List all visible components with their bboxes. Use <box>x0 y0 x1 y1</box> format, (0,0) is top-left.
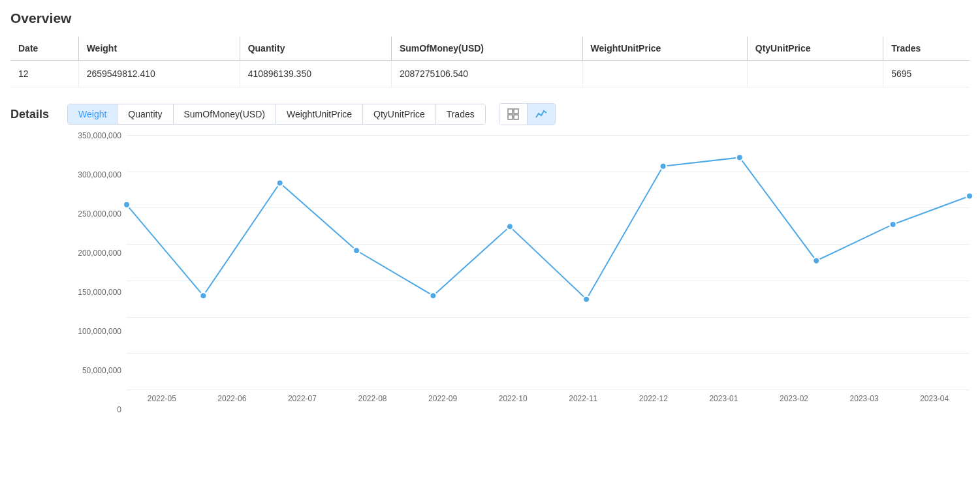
x-label: 2023-03 <box>829 390 900 410</box>
details-header: Details WeightQuantitySumOfMoney(USD)Wei… <box>10 103 970 125</box>
y-label: 50,000,000 <box>82 366 121 375</box>
table-icon <box>507 108 519 120</box>
col-header-weightunitprice: WeightUnitPrice <box>582 37 747 61</box>
table-cell: 410896139.350 <box>240 61 391 87</box>
col-header-date: Date <box>10 37 78 61</box>
chart-dot <box>813 258 819 264</box>
overview-title: Overview <box>10 10 970 26</box>
svg-rect-0 <box>508 109 513 114</box>
x-label: 2022-12 <box>618 390 689 410</box>
chart-container: 350,000,000300,000,000250,000,000200,000… <box>10 136 970 429</box>
table-cell: 12 <box>10 61 78 87</box>
tab-weightunitprice[interactable]: WeightUnitPrice <box>276 104 363 124</box>
y-label: 200,000,000 <box>78 249 121 258</box>
col-header-sum: SumOfMoney(USD) <box>391 37 582 61</box>
chart-dot <box>583 296 590 303</box>
svg-rect-2 <box>508 115 513 119</box>
chart-dot <box>200 292 206 299</box>
details-tab-bar: WeightQuantitySumOfMoney(USD)WeightUnitP… <box>67 104 486 125</box>
details-title: Details <box>10 108 49 121</box>
col-header-trades: Trades <box>883 37 970 61</box>
chart-dot <box>277 179 283 186</box>
x-label: 2023-02 <box>759 390 829 410</box>
table-cell <box>582 61 747 87</box>
chart-dot <box>966 192 973 199</box>
chart-plot <box>127 136 970 390</box>
y-axis: 350,000,000300,000,000250,000,000200,000… <box>69 136 127 410</box>
table-header-row: Date Weight Quantity SumOfMoney(USD) Wei… <box>10 37 970 61</box>
table-cell: 2087275106.540 <box>391 61 582 87</box>
svg-rect-3 <box>514 115 518 119</box>
chart-dot <box>736 154 743 160</box>
chart-line <box>127 157 970 299</box>
y-label: 0 <box>117 405 121 414</box>
col-header-quantity: Quantity <box>240 37 391 61</box>
tab-quantity[interactable]: Quantity <box>118 104 173 124</box>
y-label: 300,000,000 <box>78 170 121 179</box>
tab-weight[interactable]: Weight <box>68 104 118 124</box>
y-label: 350,000,000 <box>78 131 121 140</box>
chart-icon <box>535 108 547 120</box>
x-axis: 2022-052022-062022-072022-082022-092022-… <box>127 390 970 410</box>
view-buttons <box>499 103 556 125</box>
table-cell <box>747 61 883 87</box>
y-label: 100,000,000 <box>78 327 121 336</box>
x-label: 2022-09 <box>407 390 478 410</box>
col-header-qtyunitprice: QtyUnitPrice <box>747 37 883 61</box>
chart-dot <box>507 223 513 230</box>
y-label: 250,000,000 <box>78 209 121 219</box>
chart-view-button[interactable] <box>528 104 555 125</box>
chart-dot <box>660 163 667 170</box>
tab-qtyunitprice[interactable]: QtyUnitPrice <box>363 104 436 124</box>
svg-rect-1 <box>514 109 518 114</box>
y-label: 150,000,000 <box>78 288 121 297</box>
x-label: 2022-10 <box>478 390 548 410</box>
table-view-button[interactable] <box>499 104 528 125</box>
chart-dot <box>430 292 436 299</box>
table-cell: 5695 <box>883 61 970 87</box>
tab-trades[interactable]: Trades <box>436 104 485 124</box>
overview-section: Overview Date Weight Quantity SumOfMoney… <box>10 10 970 87</box>
chart-dot <box>890 221 896 228</box>
x-label: 2023-04 <box>899 390 970 410</box>
table-cell: 2659549812.410 <box>78 61 240 87</box>
chart-dot <box>123 202 130 208</box>
tab-sumofmoney-usd-[interactable]: SumOfMoney(USD) <box>174 104 276 124</box>
x-label: 2022-06 <box>197 390 268 410</box>
x-label: 2023-01 <box>689 390 759 410</box>
x-label: 2022-05 <box>127 390 197 410</box>
overview-table: Date Weight Quantity SumOfMoney(USD) Wei… <box>10 37 970 87</box>
x-label: 2022-11 <box>548 390 618 410</box>
x-label: 2022-08 <box>338 390 408 410</box>
chart-dot <box>353 247 360 254</box>
details-section: Details WeightQuantitySumOfMoney(USD)Wei… <box>10 103 970 429</box>
table-row: 122659549812.410410896139.3502087275106.… <box>10 61 970 87</box>
x-label: 2022-07 <box>267 390 338 410</box>
col-header-weight: Weight <box>78 37 240 61</box>
